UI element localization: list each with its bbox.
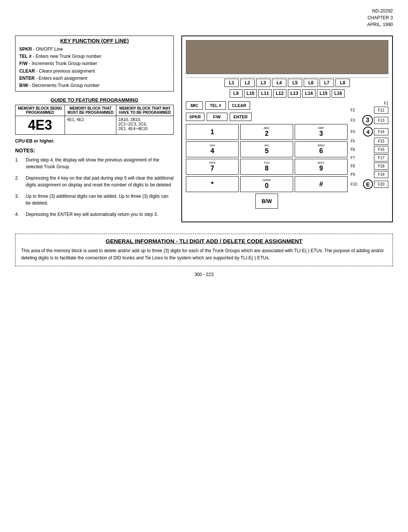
note-3: 3. Up to three (3) additional digits can… xyxy=(15,193,174,206)
f2-label: F2 xyxy=(351,108,355,112)
f8-f18-row: F8 F18 xyxy=(351,163,388,170)
spkr-button[interactable]: SPKR xyxy=(186,113,204,121)
f15-button[interactable]: F15 xyxy=(374,138,388,145)
page-header: ND-20292 CHAPTER 3 APRIL, 1990 xyxy=(15,8,393,28)
key-function-title: KEY FUNCTION (OFF LINE) xyxy=(19,38,170,44)
key-0[interactable]: OPER 0 xyxy=(240,176,293,192)
line-btn-L1[interactable]: L1 xyxy=(224,79,239,87)
kf-clear: CLEAR - Clears previous assignment xyxy=(19,68,170,75)
general-info-text: This area of the memory block is used to… xyxy=(21,247,387,262)
bw-area: B/W xyxy=(186,194,348,209)
mic-button[interactable]: MIC xyxy=(186,101,203,110)
key-9[interactable]: WXY 9 xyxy=(295,159,348,175)
line-btn-L3[interactable]: L3 xyxy=(256,79,270,87)
guide-title: GUIDE TO FEATURE PROGRAMMING xyxy=(15,97,174,103)
key-6[interactable]: MNO 6 xyxy=(295,141,348,157)
guide-col3-header: MEMORY BLOCK THAT MAY HAVE TO BE PROGRAM… xyxy=(116,105,174,116)
line-btn-L10[interactable]: L10 xyxy=(244,89,257,98)
f4-label: F4 xyxy=(351,130,355,134)
line-btn-L15[interactable]: L15 xyxy=(317,89,330,98)
line-btn-L13[interactable]: L13 xyxy=(288,89,301,98)
guide-col2-header: MEMORY BLOCK THAT MUST BE PROGRAMMED xyxy=(65,105,116,116)
f7-label: F7 xyxy=(351,156,355,160)
key-8[interactable]: TUV 8 xyxy=(240,159,293,175)
lcd-divider xyxy=(186,77,388,78)
cpu-note: CPU-EB or higher. xyxy=(15,138,174,144)
f9-f19-row: F9 F19 xyxy=(351,171,388,178)
header-line1: ND-20292 xyxy=(15,8,393,14)
f14-button[interactable]: F14 xyxy=(374,128,388,135)
f3-f12-row: F3 3 F13 xyxy=(351,115,388,126)
fw-button[interactable]: F/W xyxy=(207,113,227,121)
f8-label: F8 xyxy=(351,164,355,168)
key-3[interactable]: DEF 3 xyxy=(295,124,348,140)
f11-button[interactable]: F11 xyxy=(374,107,388,114)
key-5[interactable]: JKL 5 xyxy=(240,141,293,157)
notes-title: NOTES: xyxy=(15,147,174,154)
f5-f15-row: F5 F15 xyxy=(351,138,388,145)
general-info-box: GENERAL INFORMATION - TLI DIGIT ADD / DE… xyxy=(15,234,393,266)
tel-button[interactable]: TEL # xyxy=(205,101,226,110)
key-7[interactable]: PRS 7 xyxy=(186,159,239,175)
lcd-display xyxy=(186,40,388,74)
f19-button[interactable]: F19 xyxy=(374,171,388,178)
f20-button[interactable]: F20 xyxy=(374,181,388,188)
line-btn-L16[interactable]: L16 xyxy=(332,89,345,98)
key-2[interactable]: ABC 2 xyxy=(240,124,293,140)
note-4: 4. Depressing the ENTER key will automat… xyxy=(15,211,174,218)
circle-3-badge: 3 xyxy=(362,115,373,126)
keypad-f-area: MIC TEL # CLEAR SPKR F/W xyxy=(186,101,388,209)
kf-enter: ENTER - Enters each assignment xyxy=(19,75,170,82)
f2-f11-row: F2 F11 xyxy=(351,107,388,114)
line-btn-L11[interactable]: L11 xyxy=(258,89,272,98)
number-keypad: 1 ABC 2 DEF 3 GHI 4 xyxy=(186,124,348,175)
guide-col2-value: 4E1, 4E2 xyxy=(65,116,116,135)
f10-label: F10 xyxy=(351,182,357,186)
enter-button[interactable]: ENTER xyxy=(230,113,252,121)
line-btn-L5[interactable]: L5 xyxy=(288,79,302,87)
mic-row: MIC TEL # CLEAR xyxy=(186,101,348,110)
key-4[interactable]: GHI 4 xyxy=(186,141,239,157)
guide-col1-header: MEMORY BLOCK BEING PROGRAMMED xyxy=(15,105,65,116)
guide-big-cell: 4E3 xyxy=(15,116,65,135)
line-btn-L7[interactable]: L7 xyxy=(320,79,334,87)
key-1[interactable]: 1 xyxy=(186,124,239,140)
main-content: KEY FUNCTION (OFF LINE) SPKR - ON/OFF Li… xyxy=(15,36,393,222)
line-btn-L9[interactable]: L9 xyxy=(230,89,243,98)
kf-spkr: SPKR - ON/OFF Line xyxy=(19,46,170,53)
note-1: 1. During step 4, the display will show … xyxy=(15,157,174,170)
bottom-keypad-row: * OPER 0 # xyxy=(186,176,348,192)
f16-button[interactable]: F16 xyxy=(374,146,388,153)
f3-label: F3 xyxy=(351,118,355,123)
line-btn-L4[interactable]: L4 xyxy=(272,79,286,87)
header-line2: CHAPTER 3 xyxy=(15,14,393,21)
line-buttons-top-row: L1 L2 L3 L4 L5 L6 L7 L8 xyxy=(186,79,388,87)
left-panel: KEY FUNCTION (OFF LINE) SPKR - ON/OFF Li… xyxy=(15,36,174,222)
phone-diagram: L1 L2 L3 L4 L5 L6 L7 L8 L9 L10 L11 L12 L… xyxy=(181,36,393,222)
line-btn-L12[interactable]: L12 xyxy=(273,89,286,98)
circle-E-badge: E xyxy=(363,179,373,189)
f17-button[interactable]: F17 xyxy=(374,154,388,161)
header-line3: APRIL, 1990 xyxy=(15,21,393,28)
kf-tel: TEL # - Enters new Trunk Group number xyxy=(19,53,170,60)
f18-button[interactable]: F18 xyxy=(374,163,388,170)
f6-label: F6 xyxy=(351,147,355,152)
clear-button[interactable]: CLEAR xyxy=(228,101,250,110)
f7-f17-row: F7 F17 xyxy=(351,154,388,161)
main-keypad-area: MIC TEL # CLEAR SPKR F/W xyxy=(186,101,348,209)
f9-label: F9 xyxy=(351,172,355,177)
key-star[interactable]: * xyxy=(186,176,239,192)
line-btn-L2[interactable]: L2 xyxy=(240,79,255,87)
circle-4-badge: 4 xyxy=(363,127,373,136)
line-btn-L8[interactable]: L8 xyxy=(335,79,350,87)
f6-f16-row: F6 F16 xyxy=(351,146,388,153)
line-buttons-bottom-row: L9 L10 L11 L12 L13 L14 L15 L16 xyxy=(186,89,388,98)
line-btn-L14[interactable]: L14 xyxy=(302,89,315,98)
guide-col3-value: 2A10, 2B10, 2C1~2C3, 2C6, 2E1, 4E4~4E10 xyxy=(116,116,174,135)
key-hash[interactable]: # xyxy=(295,176,348,192)
line-btn-L6[interactable]: L6 xyxy=(304,79,318,87)
kf-bw: B/W - Decrements Trunk Group number xyxy=(19,82,170,89)
general-info-title: GENERAL INFORMATION - TLI DIGIT ADD / DE… xyxy=(21,238,387,244)
bw-button[interactable]: B/W xyxy=(255,194,278,209)
f13-button[interactable]: F13 xyxy=(374,117,388,124)
